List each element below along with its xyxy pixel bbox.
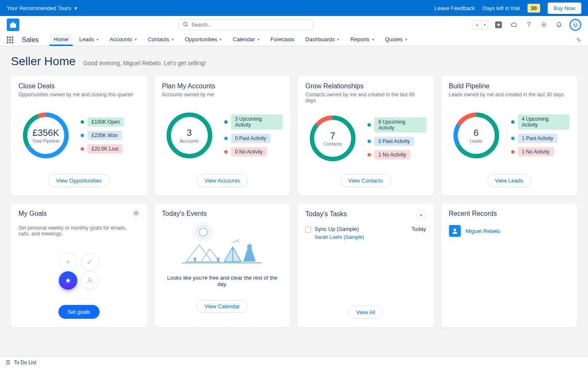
dot-icon <box>511 120 514 124</box>
set-goals-button[interactable]: Set goals <box>58 305 100 319</box>
todo-list-button[interactable]: To Do List <box>14 360 36 365</box>
svg-marker-44 <box>243 243 256 262</box>
donut-chart: £356KTotal Pipeline <box>18 108 73 163</box>
tours-label: Your Recommended Tours <box>7 5 71 11</box>
trial-top-bar: Your Recommended Tours ▾ Leave Feedback … <box>0 0 588 16</box>
app-name-label: Sales <box>22 36 39 44</box>
tasks-filter-dropdown[interactable]: ▾ <box>416 210 426 220</box>
tab-reports[interactable]: Reports▾ <box>346 34 378 46</box>
view-contacts-button[interactable]: View Contacts <box>340 174 391 187</box>
svg-line-36 <box>134 215 134 215</box>
card-recent-records: Recent Records Miguel Rebelo <box>441 203 578 327</box>
global-search-input[interactable]: Search... <box>178 19 313 30</box>
object-nav-bar: Sales Home Leads▾ Accounts▾ Contacts▾ Op… <box>0 34 588 46</box>
chevron-down-icon: ▾ <box>135 37 137 42</box>
chevron-down-icon: ▾ <box>482 21 488 29</box>
dot-icon <box>368 140 371 143</box>
svg-point-29 <box>135 212 136 214</box>
tab-home[interactable]: Home <box>50 34 73 46</box>
tab-opportunities[interactable]: Opportunities▾ <box>181 34 226 46</box>
svg-line-14 <box>542 26 542 27</box>
notifications-bell-icon[interactable] <box>554 20 564 29</box>
card-grow-relationships: Grow Relationships Contacts owned by me … <box>298 76 434 196</box>
card-title: Plan My Accounts <box>162 82 283 90</box>
page-greeting: Good evening, Miguel Rebelo. Let's get s… <box>83 60 206 66</box>
dot-icon <box>368 123 371 127</box>
task-related-link[interactable]: Sarah Loehr (Sample) <box>315 234 426 240</box>
dot-icon <box>368 153 371 156</box>
card-subtitle: Contacts owned by me and created in the … <box>305 92 426 103</box>
tab-calendar[interactable]: Calendar▾ <box>228 34 264 46</box>
task-row: Sync Up (Sample) Today <box>305 226 426 233</box>
view-leads-button[interactable]: View Leads <box>487 174 531 187</box>
page-title: Seller Home <box>11 55 76 68</box>
todo-list-icon: ☰ <box>6 360 10 365</box>
legend-item: 1 No Activity <box>511 147 570 156</box>
chevron-down-icon: ▾ <box>257 37 260 42</box>
view-accounts-button[interactable]: View Accounts <box>197 174 248 187</box>
recent-record-row[interactable]: Miguel Rebelo <box>449 225 570 237</box>
card-title: Close Deals <box>18 82 139 90</box>
view-opportunities-button[interactable]: View Opportunities <box>48 174 110 187</box>
chevron-down-icon: ▾ <box>97 37 99 42</box>
recent-record-link[interactable]: Miguel Rebelo <box>466 228 501 234</box>
dot-icon <box>81 120 84 124</box>
goals-settings-gear-icon[interactable] <box>133 210 139 218</box>
svg-line-15 <box>546 23 546 23</box>
card-title: My Goals <box>18 210 139 217</box>
svg-point-7 <box>543 24 545 26</box>
user-avatar[interactable] <box>570 19 581 31</box>
legend-item: 0 No Activity <box>224 147 283 156</box>
edit-nav-pencil-icon[interactable]: ✎ <box>576 37 581 43</box>
dot-icon <box>224 150 228 154</box>
svg-line-12 <box>542 23 542 23</box>
salesforce-cloud-icon[interactable] <box>509 20 518 29</box>
svg-line-35 <box>137 215 138 215</box>
settings-gear-icon[interactable] <box>539 20 549 29</box>
chevron-down-icon: ▾ <box>337 37 339 42</box>
events-empty-illustration <box>162 222 283 268</box>
help-icon[interactable]: ? <box>524 20 533 29</box>
card-subtitle: Leads owned by me and created in the las… <box>449 92 570 98</box>
app-launcher-icon[interactable] <box>7 37 13 43</box>
star-circle-icon: ★ <box>59 271 77 290</box>
svg-point-2 <box>184 22 187 26</box>
view-calendar-button[interactable]: View Calendar <box>197 300 248 313</box>
tab-forecasts[interactable]: Forecasts <box>266 34 299 46</box>
chevron-down-icon: ▾ <box>405 37 407 42</box>
caret-down-icon: ▾ <box>74 5 77 11</box>
card-title: Today's Events <box>162 210 283 217</box>
legend-item: 0 Past Activity <box>368 137 426 146</box>
app-logo[interactable] <box>7 19 19 31</box>
trial-days-badge: 30 <box>528 4 540 13</box>
legend-item: £100K Open <box>81 117 124 127</box>
legend-item: 0 Past Activity <box>224 134 283 143</box>
svg-line-3 <box>186 25 188 26</box>
favorites-toggle[interactable]: ★▾ <box>472 20 488 29</box>
dot-icon <box>224 137 228 140</box>
svg-point-39 <box>199 228 207 236</box>
star-icon: ★ <box>472 22 482 28</box>
donut-value: 7 <box>330 130 335 141</box>
task-label[interactable]: Sync Up (Sample) <box>315 226 359 232</box>
add-icon[interactable] <box>494 20 503 29</box>
card-todays-tasks: Today's Tasks ▾ Sync Up (Sample) Today S… <box>298 203 434 327</box>
donut-value: 6 <box>473 127 478 138</box>
donut-label: Total Pipeline <box>32 138 59 143</box>
legend-item: 6 Upcoming Activity <box>368 117 426 132</box>
tab-accounts[interactable]: Accounts▾ <box>105 34 141 46</box>
tab-dashboards[interactable]: Dashboards▾ <box>301 34 344 46</box>
tab-quotes[interactable]: Quotes▾ <box>381 34 412 46</box>
card-subtitle: Opportunities owned by me and closing th… <box>18 92 139 98</box>
view-all-tasks-button[interactable]: View All <box>348 306 383 319</box>
donut-label: Contacts <box>323 141 341 146</box>
plus-circle-icon: + <box>59 253 77 271</box>
svg-rect-1 <box>12 22 14 24</box>
buy-now-button[interactable]: Buy Now <box>548 3 581 14</box>
recommended-tours-dropdown[interactable]: Your Recommended Tours ▾ <box>7 5 77 11</box>
svg-rect-0 <box>10 24 16 28</box>
tab-leads[interactable]: Leads▾ <box>75 34 103 46</box>
tab-contacts[interactable]: Contacts▾ <box>144 34 178 46</box>
task-checkbox[interactable] <box>305 227 311 233</box>
leave-feedback-link[interactable]: Leave Feedback <box>435 5 475 11</box>
